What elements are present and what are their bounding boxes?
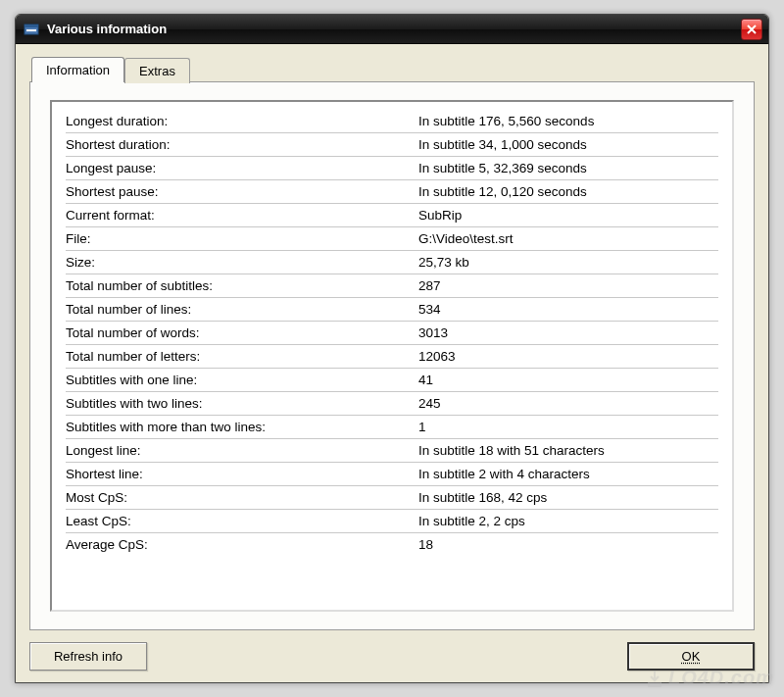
info-value: 287	[418, 278, 718, 293]
info-label: Most CpS:	[66, 490, 418, 505]
svg-rect-2	[26, 29, 36, 31]
info-value: In subtitle 12, 0,120 seconds	[418, 184, 718, 199]
info-row: Total number of letters:12063	[66, 345, 718, 369]
info-row: Size:25,73 kb	[66, 251, 718, 274]
info-row: Least CpS:In subtitle 2, 2 cps	[66, 510, 718, 533]
info-label: Longest pause:	[66, 161, 418, 175]
info-label: Shortest duration:	[66, 137, 418, 152]
info-row: Total number of lines:534	[66, 298, 718, 322]
info-label: Total number of words:	[66, 325, 418, 340]
info-value: 534	[418, 302, 718, 317]
info-label: Shortest pause:	[66, 184, 418, 199]
ok-button[interactable]: OK	[627, 642, 755, 671]
info-value: In subtitle 34, 1,000 seconds	[418, 137, 718, 152]
info-row: Most CpS:In subtitle 168, 42 cps	[66, 486, 718, 510]
info-row: Subtitles with two lines:245	[66, 392, 718, 416]
info-value: In subtitle 5, 32,369 seconds	[418, 161, 718, 175]
info-label: Shortest line:	[66, 467, 418, 481]
info-value: In subtitle 18 with 51 characters	[418, 443, 718, 458]
info-row: Longest line:In subtitle 18 with 51 char…	[66, 439, 718, 463]
info-value: In subtitle 2, 2 cps	[418, 514, 718, 528]
info-label: Subtitles with more than two lines:	[66, 420, 418, 434]
info-label: File:	[66, 231, 418, 246]
client-area: Information Extras Longest duration:In s…	[16, 44, 768, 682]
info-value: In subtitle 2 with 4 characters	[418, 467, 718, 481]
info-value: 12063	[418, 349, 718, 364]
tab-extras[interactable]: Extras	[124, 58, 190, 83]
info-label: Least CpS:	[66, 514, 418, 528]
info-row: Total number of subtitles:287	[66, 274, 718, 298]
info-label: Total number of letters:	[66, 349, 418, 364]
info-panel: Longest duration:In subtitle 176, 5,560 …	[50, 100, 734, 612]
info-value: In subtitle 168, 42 cps	[418, 490, 718, 505]
info-value: 25,73 kb	[418, 255, 718, 270]
refresh-info-button[interactable]: Refresh info	[29, 642, 147, 671]
info-value: 41	[418, 373, 718, 387]
info-value: 245	[418, 396, 718, 411]
info-row: Subtitles with one line:41	[66, 369, 718, 392]
info-value: G:\Video\test.srt	[418, 231, 718, 246]
info-label: Subtitles with one line:	[66, 373, 418, 387]
info-row: Shortest pause:In subtitle 12, 0,120 sec…	[66, 180, 718, 204]
info-row: Total number of words:3013	[66, 322, 718, 345]
window-title: Various information	[47, 22, 741, 36]
info-label: Total number of subtitles:	[66, 278, 418, 293]
info-value: 3013	[418, 325, 718, 340]
info-row: Subtitles with more than two lines:1	[66, 416, 718, 439]
close-icon	[747, 25, 757, 34]
info-row: File:G:\Video\test.srt	[66, 227, 718, 251]
info-label: Average CpS:	[66, 537, 418, 552]
info-row: Current format:SubRip	[66, 204, 718, 227]
titlebar: Various information	[16, 15, 768, 44]
info-value: 1	[418, 420, 718, 434]
svg-rect-1	[24, 25, 38, 27]
tab-strip: Information Extras	[31, 57, 755, 82]
tab-information[interactable]: Information	[31, 57, 124, 82]
info-value: SubRip	[418, 208, 718, 223]
close-button[interactable]	[741, 19, 762, 40]
info-label: Longest duration:	[66, 114, 418, 128]
info-label: Longest line:	[66, 443, 418, 458]
button-row: Refresh info OK	[29, 642, 755, 671]
info-value: 18	[418, 537, 718, 552]
info-row: Shortest duration:In subtitle 34, 1,000 …	[66, 133, 718, 157]
info-row: Longest pause:In subtitle 5, 32,369 seco…	[66, 157, 718, 180]
info-label: Size:	[66, 255, 418, 270]
info-label: Total number of lines:	[66, 302, 418, 317]
dialog-window: Various information Information Extras L…	[15, 14, 769, 683]
info-row: Average CpS:18	[66, 533, 718, 556]
info-label: Subtitles with two lines:	[66, 396, 418, 411]
app-icon	[24, 22, 39, 37]
info-label: Current format:	[66, 208, 418, 223]
info-row: Shortest line:In subtitle 2 with 4 chara…	[66, 463, 718, 486]
info-row: Longest duration:In subtitle 176, 5,560 …	[66, 110, 718, 133]
tab-page-information: Longest duration:In subtitle 176, 5,560 …	[29, 81, 755, 630]
info-value: In subtitle 176, 5,560 seconds	[418, 114, 718, 128]
